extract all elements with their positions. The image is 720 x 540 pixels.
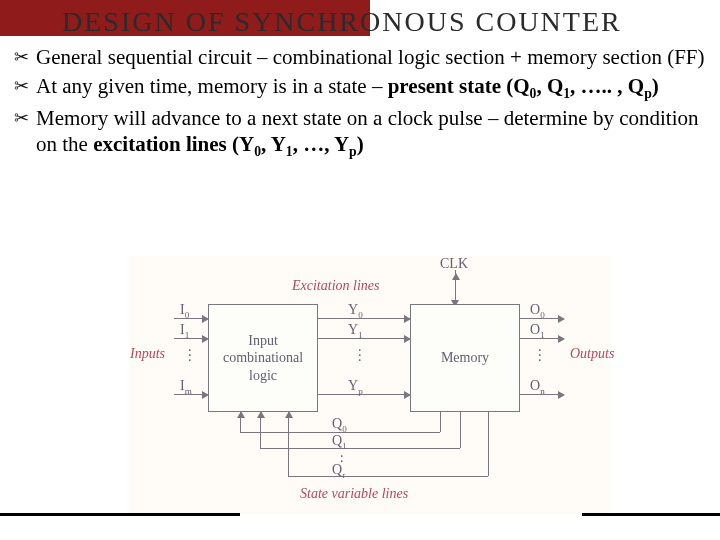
feedback-line	[240, 412, 241, 432]
signal-label: O0	[530, 302, 545, 320]
clk-line	[455, 270, 456, 304]
excitation-arrow	[318, 338, 410, 339]
bullet-text: Memory will advance to a next state on a…	[36, 105, 706, 162]
outputs-label: Outputs	[570, 346, 614, 362]
bullet-icon: ✂	[14, 105, 36, 162]
bullet-icon: ✂	[14, 73, 36, 103]
clk-label: CLK	[440, 256, 468, 272]
excitation-label: Excitation lines	[292, 278, 379, 294]
signal-label: I0	[180, 302, 189, 320]
signal-label: Y0	[348, 302, 363, 320]
bullet-text: General sequential circuit – combination…	[36, 44, 706, 71]
signal-label: Qr	[332, 462, 345, 480]
excitation-arrow	[318, 394, 410, 395]
statevar-label: State variable lines	[300, 486, 408, 502]
bullet-icon: ✂	[14, 44, 36, 71]
block-diagram: CLK Excitation lines Input combinational…	[130, 256, 610, 514]
signal-label: On	[530, 378, 545, 396]
inputs-label: Inputs	[130, 346, 165, 362]
bullet-item: ✂ Memory will advance to a next state on…	[14, 105, 706, 162]
feedback-line	[288, 412, 289, 476]
box-memory: Memory	[410, 304, 520, 412]
footer-rule-left	[0, 513, 240, 516]
box-combinational-logic: Input combinational logic	[208, 304, 318, 412]
signal-label: Yp	[348, 378, 363, 396]
footer-rule-right	[582, 513, 720, 516]
bullet-item: ✂ General sequential circuit – combinati…	[14, 44, 706, 71]
excitation-arrow	[318, 318, 410, 319]
signal-label: Im	[180, 378, 192, 396]
bullet-item: ✂ At any given time, memory is in a stat…	[14, 73, 706, 103]
slide-title: DESIGN OF SYNCHRONOUS COUNTER	[62, 6, 622, 38]
bullet-text: At any given time, memory is in a state …	[36, 73, 706, 103]
bullet-list: ✂ General sequential circuit – combinati…	[14, 44, 706, 163]
signal-label: O1	[530, 322, 545, 340]
signal-label: I1	[180, 322, 189, 340]
signal-label: Y1	[348, 322, 363, 340]
feedback-line	[260, 412, 261, 448]
signal-label: Q0	[332, 416, 347, 434]
